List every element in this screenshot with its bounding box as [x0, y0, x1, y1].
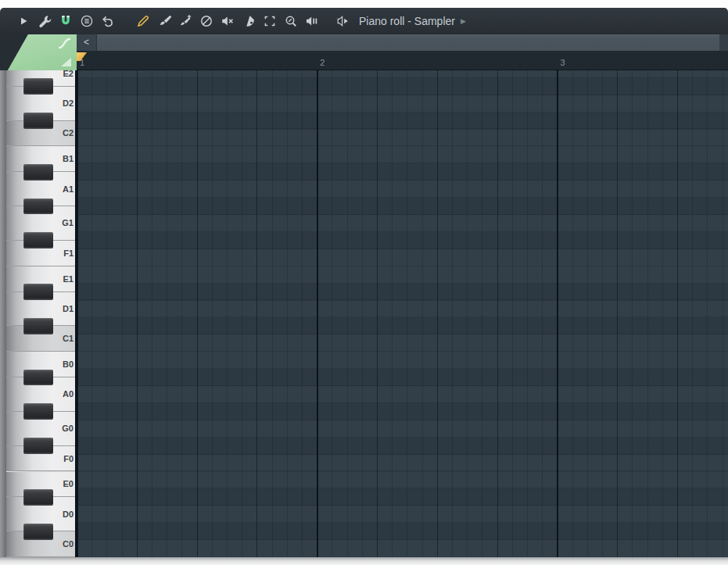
playback-icon[interactable]	[304, 14, 319, 29]
piano-key-black[interactable]	[23, 403, 53, 420]
piano-roll-window: Piano roll - Sampler ▶ < 123 E2D2C2B1A1G…	[0, 0, 728, 565]
piano-key-label: E1	[63, 274, 74, 284]
piano-key-label: B1	[63, 154, 74, 163]
horizontal-scroll-area: <	[77, 34, 728, 51]
grid-row[interactable]	[77, 455, 728, 472]
piano-key-black[interactable]	[23, 438, 53, 454]
grid-row[interactable]	[77, 523, 728, 540]
grid-row[interactable]	[77, 113, 728, 130]
grid-row[interactable]	[77, 163, 728, 181]
grid-row[interactable]	[77, 317, 728, 334]
delete-icon[interactable]	[199, 14, 213, 29]
piano-key-label: B0	[63, 359, 74, 369]
piano-key-black[interactable]	[23, 318, 53, 334]
piano-key-black[interactable]	[23, 78, 53, 95]
grid-row[interactable]	[77, 198, 728, 215]
grid-row[interactable]	[77, 95, 728, 113]
main-menu-icon[interactable]	[79, 14, 94, 29]
piano-key-black[interactable]	[23, 164, 53, 181]
piano-key-label: G1	[62, 218, 74, 227]
piano-roll-title[interactable]: Piano roll - Sampler	[359, 15, 455, 27]
ruler-bar-number: 3	[560, 58, 565, 67]
piano-key-black[interactable]	[23, 284, 53, 300]
grid-row[interactable]	[77, 70, 728, 78]
piano-key-label: D1	[63, 304, 74, 313]
piano-key-label: A1	[63, 184, 74, 194]
scroll-back-button[interactable]: <	[77, 34, 97, 51]
piano-key-black[interactable]	[23, 489, 53, 506]
grid-row[interactable]	[77, 215, 728, 232]
corner-triangle-icon	[61, 58, 71, 66]
piano-key-label: F0	[63, 454, 74, 463]
piano-key-label: D2	[63, 98, 74, 108]
snap-magnet-icon[interactable]	[58, 14, 73, 29]
grid-row[interactable]	[77, 249, 728, 266]
select-icon[interactable]	[262, 14, 277, 29]
grid-row[interactable]	[77, 301, 728, 318]
piano-key-black[interactable]	[23, 198, 53, 215]
grid-row[interactable]	[77, 472, 728, 489]
piano-key-label: G0	[62, 424, 74, 433]
piano-key-black[interactable]	[23, 232, 53, 249]
grid-row[interactable]	[77, 352, 728, 369]
piano-key-label: E2	[63, 70, 74, 78]
slide-curve-icon	[58, 38, 72, 50]
window-left-edge	[0, 70, 6, 557]
note-grid[interactable]	[77, 70, 728, 557]
undo-icon[interactable]	[100, 14, 115, 29]
options-arrow-icon[interactable]	[16, 14, 30, 29]
grid-row[interactable]	[77, 334, 728, 352]
piano-roll-toolbar: Piano roll - Sampler ▶	[0, 8, 728, 34]
keyboard-grid-separator	[75, 70, 77, 557]
grid-row[interactable]	[77, 386, 728, 403]
grid-row[interactable]	[77, 78, 728, 95]
draw-pencil-icon[interactable]	[135, 14, 150, 29]
window-bottom-edge	[0, 557, 728, 565]
grid-row[interactable]	[77, 369, 728, 386]
grid-row[interactable]	[77, 181, 728, 198]
grid-row[interactable]	[77, 403, 728, 420]
grid-row[interactable]	[77, 540, 728, 557]
grid-row[interactable]	[77, 284, 728, 301]
grid-row[interactable]	[77, 488, 728, 506]
piano-key-black[interactable]	[23, 370, 53, 386]
slide-icon[interactable]	[241, 14, 256, 29]
piano-key-label: E0	[63, 479, 74, 488]
piano-key-label: C2	[63, 128, 74, 138]
window-top-edge	[0, 0, 728, 8]
piano-key-label: F1	[63, 249, 74, 258]
piano-key-label: D0	[63, 510, 74, 519]
timeline-ruler[interactable]: 123	[77, 51, 728, 70]
grid-row[interactable]	[77, 232, 728, 249]
grid-row[interactable]	[77, 146, 728, 163]
grid-row[interactable]	[77, 420, 728, 438]
grid-row[interactable]	[77, 438, 728, 455]
piano-keyboard: E2D2C2B1A1G1F1E1D1C1B0A0G0F0E0D0C0	[6, 70, 77, 557]
piano-key-label: C0	[63, 539, 74, 549]
piano-key-label: C1	[63, 334, 74, 343]
zoom-icon[interactable]	[283, 14, 298, 29]
grid-row[interactable]	[77, 266, 728, 284]
grid-row[interactable]	[77, 130, 728, 147]
target-speaker-icon[interactable]	[335, 14, 350, 29]
grid-row[interactable]	[77, 506, 728, 523]
paint-brush-icon[interactable]	[156, 14, 171, 29]
scrollbar-handle[interactable]	[97, 34, 719, 51]
piano-key-label: A0	[63, 389, 74, 399]
mute-icon[interactable]	[220, 14, 235, 29]
piano-key-black[interactable]	[23, 524, 53, 540]
wrench-icon[interactable]	[37, 14, 52, 29]
paint-sequence-icon[interactable]	[178, 14, 192, 29]
piano-key-black[interactable]	[23, 113, 53, 129]
title-more-arrow-icon[interactable]: ▶	[461, 17, 466, 25]
ruler-bar-number: 2	[320, 58, 325, 67]
